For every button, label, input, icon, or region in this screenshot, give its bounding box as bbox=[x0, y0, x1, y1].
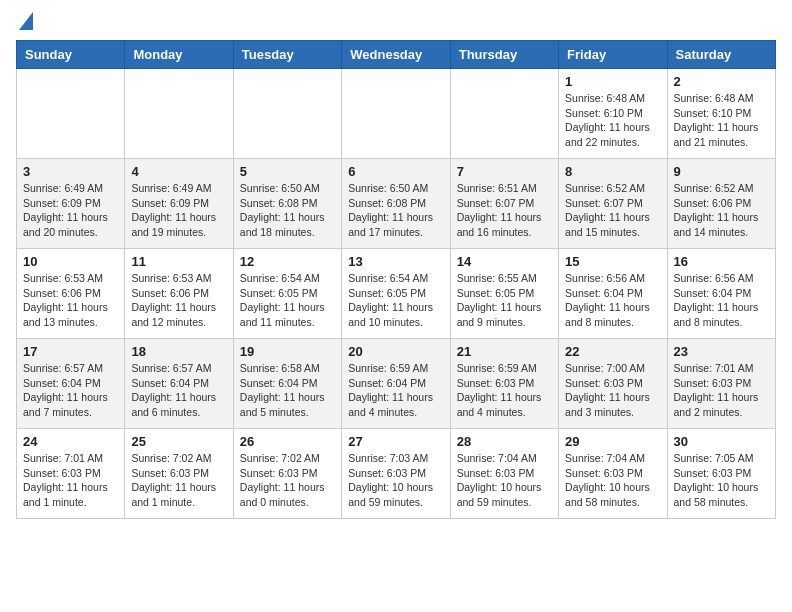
calendar-day: 5Sunrise: 6:50 AM Sunset: 6:08 PM Daylig… bbox=[233, 159, 341, 249]
calendar-day: 30Sunrise: 7:05 AM Sunset: 6:03 PM Dayli… bbox=[667, 429, 775, 519]
calendar-day: 27Sunrise: 7:03 AM Sunset: 6:03 PM Dayli… bbox=[342, 429, 450, 519]
calendar-day bbox=[17, 69, 125, 159]
calendar-day: 15Sunrise: 6:56 AM Sunset: 6:04 PM Dayli… bbox=[559, 249, 667, 339]
day-info: Sunrise: 6:52 AM Sunset: 6:06 PM Dayligh… bbox=[674, 181, 769, 240]
calendar-day: 19Sunrise: 6:58 AM Sunset: 6:04 PM Dayli… bbox=[233, 339, 341, 429]
calendar-day: 18Sunrise: 6:57 AM Sunset: 6:04 PM Dayli… bbox=[125, 339, 233, 429]
day-info: Sunrise: 6:50 AM Sunset: 6:08 PM Dayligh… bbox=[348, 181, 443, 240]
logo bbox=[16, 16, 33, 30]
day-number: 1 bbox=[565, 74, 660, 89]
calendar-header-row: SundayMondayTuesdayWednesdayThursdayFrid… bbox=[17, 41, 776, 69]
day-number: 28 bbox=[457, 434, 552, 449]
day-info: Sunrise: 6:54 AM Sunset: 6:05 PM Dayligh… bbox=[348, 271, 443, 330]
day-info: Sunrise: 6:50 AM Sunset: 6:08 PM Dayligh… bbox=[240, 181, 335, 240]
day-info: Sunrise: 7:02 AM Sunset: 6:03 PM Dayligh… bbox=[240, 451, 335, 510]
day-number: 21 bbox=[457, 344, 552, 359]
day-number: 2 bbox=[674, 74, 769, 89]
day-number: 26 bbox=[240, 434, 335, 449]
day-info: Sunrise: 6:57 AM Sunset: 6:04 PM Dayligh… bbox=[23, 361, 118, 420]
weekday-header-monday: Monday bbox=[125, 41, 233, 69]
weekday-header-wednesday: Wednesday bbox=[342, 41, 450, 69]
calendar-day: 21Sunrise: 6:59 AM Sunset: 6:03 PM Dayli… bbox=[450, 339, 558, 429]
calendar-week-2: 3Sunrise: 6:49 AM Sunset: 6:09 PM Daylig… bbox=[17, 159, 776, 249]
page-header bbox=[16, 16, 776, 30]
day-info: Sunrise: 6:51 AM Sunset: 6:07 PM Dayligh… bbox=[457, 181, 552, 240]
day-info: Sunrise: 6:56 AM Sunset: 6:04 PM Dayligh… bbox=[565, 271, 660, 330]
day-info: Sunrise: 7:01 AM Sunset: 6:03 PM Dayligh… bbox=[674, 361, 769, 420]
calendar-day: 11Sunrise: 6:53 AM Sunset: 6:06 PM Dayli… bbox=[125, 249, 233, 339]
day-info: Sunrise: 6:59 AM Sunset: 6:03 PM Dayligh… bbox=[457, 361, 552, 420]
weekday-header-friday: Friday bbox=[559, 41, 667, 69]
calendar-day: 24Sunrise: 7:01 AM Sunset: 6:03 PM Dayli… bbox=[17, 429, 125, 519]
day-info: Sunrise: 6:59 AM Sunset: 6:04 PM Dayligh… bbox=[348, 361, 443, 420]
weekday-header-saturday: Saturday bbox=[667, 41, 775, 69]
day-number: 30 bbox=[674, 434, 769, 449]
day-info: Sunrise: 6:55 AM Sunset: 6:05 PM Dayligh… bbox=[457, 271, 552, 330]
day-info: Sunrise: 6:57 AM Sunset: 6:04 PM Dayligh… bbox=[131, 361, 226, 420]
weekday-header-sunday: Sunday bbox=[17, 41, 125, 69]
day-number: 27 bbox=[348, 434, 443, 449]
day-number: 22 bbox=[565, 344, 660, 359]
calendar-body: 1Sunrise: 6:48 AM Sunset: 6:10 PM Daylig… bbox=[17, 69, 776, 519]
day-info: Sunrise: 7:04 AM Sunset: 6:03 PM Dayligh… bbox=[457, 451, 552, 510]
day-number: 16 bbox=[674, 254, 769, 269]
day-number: 8 bbox=[565, 164, 660, 179]
calendar-day: 17Sunrise: 6:57 AM Sunset: 6:04 PM Dayli… bbox=[17, 339, 125, 429]
day-info: Sunrise: 6:49 AM Sunset: 6:09 PM Dayligh… bbox=[23, 181, 118, 240]
day-number: 20 bbox=[348, 344, 443, 359]
day-info: Sunrise: 7:05 AM Sunset: 6:03 PM Dayligh… bbox=[674, 451, 769, 510]
weekday-header-thursday: Thursday bbox=[450, 41, 558, 69]
calendar-day: 4Sunrise: 6:49 AM Sunset: 6:09 PM Daylig… bbox=[125, 159, 233, 249]
day-number: 13 bbox=[348, 254, 443, 269]
calendar-day bbox=[233, 69, 341, 159]
calendar-day: 26Sunrise: 7:02 AM Sunset: 6:03 PM Dayli… bbox=[233, 429, 341, 519]
day-info: Sunrise: 7:02 AM Sunset: 6:03 PM Dayligh… bbox=[131, 451, 226, 510]
day-number: 23 bbox=[674, 344, 769, 359]
calendar-day: 16Sunrise: 6:56 AM Sunset: 6:04 PM Dayli… bbox=[667, 249, 775, 339]
calendar-week-3: 10Sunrise: 6:53 AM Sunset: 6:06 PM Dayli… bbox=[17, 249, 776, 339]
calendar-day: 1Sunrise: 6:48 AM Sunset: 6:10 PM Daylig… bbox=[559, 69, 667, 159]
day-number: 7 bbox=[457, 164, 552, 179]
calendar-day: 20Sunrise: 6:59 AM Sunset: 6:04 PM Dayli… bbox=[342, 339, 450, 429]
day-number: 12 bbox=[240, 254, 335, 269]
calendar-day: 7Sunrise: 6:51 AM Sunset: 6:07 PM Daylig… bbox=[450, 159, 558, 249]
day-info: Sunrise: 6:52 AM Sunset: 6:07 PM Dayligh… bbox=[565, 181, 660, 240]
calendar-day: 3Sunrise: 6:49 AM Sunset: 6:09 PM Daylig… bbox=[17, 159, 125, 249]
calendar-day: 29Sunrise: 7:04 AM Sunset: 6:03 PM Dayli… bbox=[559, 429, 667, 519]
day-number: 24 bbox=[23, 434, 118, 449]
calendar-day bbox=[125, 69, 233, 159]
day-info: Sunrise: 6:48 AM Sunset: 6:10 PM Dayligh… bbox=[674, 91, 769, 150]
calendar-week-5: 24Sunrise: 7:01 AM Sunset: 6:03 PM Dayli… bbox=[17, 429, 776, 519]
calendar-week-1: 1Sunrise: 6:48 AM Sunset: 6:10 PM Daylig… bbox=[17, 69, 776, 159]
calendar-day: 6Sunrise: 6:50 AM Sunset: 6:08 PM Daylig… bbox=[342, 159, 450, 249]
day-info: Sunrise: 6:48 AM Sunset: 6:10 PM Dayligh… bbox=[565, 91, 660, 150]
day-info: Sunrise: 6:56 AM Sunset: 6:04 PM Dayligh… bbox=[674, 271, 769, 330]
day-info: Sunrise: 6:54 AM Sunset: 6:05 PM Dayligh… bbox=[240, 271, 335, 330]
day-number: 9 bbox=[674, 164, 769, 179]
calendar-day: 14Sunrise: 6:55 AM Sunset: 6:05 PM Dayli… bbox=[450, 249, 558, 339]
day-number: 3 bbox=[23, 164, 118, 179]
day-number: 4 bbox=[131, 164, 226, 179]
day-info: Sunrise: 7:03 AM Sunset: 6:03 PM Dayligh… bbox=[348, 451, 443, 510]
day-info: Sunrise: 7:04 AM Sunset: 6:03 PM Dayligh… bbox=[565, 451, 660, 510]
calendar-day: 8Sunrise: 6:52 AM Sunset: 6:07 PM Daylig… bbox=[559, 159, 667, 249]
calendar-day bbox=[342, 69, 450, 159]
day-number: 6 bbox=[348, 164, 443, 179]
calendar-day: 22Sunrise: 7:00 AM Sunset: 6:03 PM Dayli… bbox=[559, 339, 667, 429]
day-info: Sunrise: 6:53 AM Sunset: 6:06 PM Dayligh… bbox=[131, 271, 226, 330]
day-number: 10 bbox=[23, 254, 118, 269]
logo-triangle-icon bbox=[19, 12, 33, 30]
calendar-day: 12Sunrise: 6:54 AM Sunset: 6:05 PM Dayli… bbox=[233, 249, 341, 339]
day-number: 11 bbox=[131, 254, 226, 269]
day-number: 29 bbox=[565, 434, 660, 449]
day-info: Sunrise: 7:00 AM Sunset: 6:03 PM Dayligh… bbox=[565, 361, 660, 420]
day-number: 5 bbox=[240, 164, 335, 179]
calendar-day: 9Sunrise: 6:52 AM Sunset: 6:06 PM Daylig… bbox=[667, 159, 775, 249]
calendar-day: 23Sunrise: 7:01 AM Sunset: 6:03 PM Dayli… bbox=[667, 339, 775, 429]
calendar-day bbox=[450, 69, 558, 159]
day-number: 18 bbox=[131, 344, 226, 359]
calendar-day: 25Sunrise: 7:02 AM Sunset: 6:03 PM Dayli… bbox=[125, 429, 233, 519]
day-number: 15 bbox=[565, 254, 660, 269]
day-number: 25 bbox=[131, 434, 226, 449]
day-info: Sunrise: 6:53 AM Sunset: 6:06 PM Dayligh… bbox=[23, 271, 118, 330]
